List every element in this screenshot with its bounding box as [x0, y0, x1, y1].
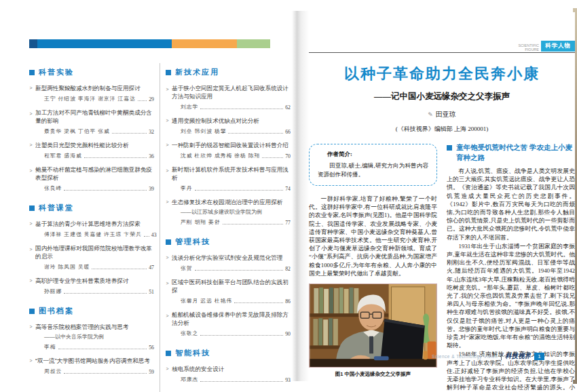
- author-box-label: 作者简介:: [327, 151, 428, 159]
- toc-entry-page: 93: [285, 377, 291, 383]
- dotted-leader: [223, 224, 284, 224]
- toc-entry-authors: 张良峰: [44, 184, 62, 192]
- dotted-leader: [200, 381, 283, 382]
- toc-entry: >新型两性聚羧酸减水剂的制备与应用探讨王宁 付绍波 李海洋 谢京洋 江嘉达29: [29, 84, 154, 102]
- article-header-rule: SCIENTIFIC FIGURE 科学人物: [309, 39, 575, 53]
- toc-entry-title-text: 浅谈分析化学实验室试剂安全及规范化管理: [172, 254, 282, 262]
- toc-entry-title-text: 高等音乐院校档案管理的实践与思考: [35, 323, 129, 331]
- toc-entry: >高等音乐院校档案管理的实践与思考——以中央音乐学院为例李梅56: [29, 323, 154, 351]
- toc-section: 科普课堂>基于算法的青少年计算思维培养方法探索傅泽禄 王建强 黄嘉健 许玉琼 卞…: [29, 203, 154, 295]
- toc-entry-subtitle: ——以中央音乐学院为例: [44, 333, 154, 340]
- toc-entry-meta: 聂贵华 梁枫 丁伯平 张威32: [44, 128, 154, 135]
- toc-entry-page: 90: [285, 331, 291, 337]
- arrow-bullet-icon: >: [30, 220, 33, 227]
- toc-entry-title: >高职护理专业学生科普素质培养探讨: [29, 277, 154, 285]
- toc-entry-title: >新型两性聚羧酸减水剂的制备与应用探讨: [29, 84, 154, 92]
- toc-entry-title-text: 船舶机械设备维修保养中的常见故障及排除方法分析: [172, 311, 291, 327]
- bar-segment-orange: [172, 39, 237, 48]
- page-footer: Science & Technology Vision 科技视界 1: [432, 352, 544, 361]
- toc-entry: >基于狭小空间固定翼无人机起飞回收系统设计方法与知识应用刘志学62: [166, 84, 291, 111]
- toc-entry-page: 47: [149, 264, 154, 271]
- bookshelf-books-bottom: [313, 318, 337, 345]
- toc-entry: >浅谈分析化学实验室试剂安全及规范化管理张贺82: [166, 254, 291, 272]
- figure-caption: 图1 中国小麦远缘杂交之父李振声: [309, 371, 437, 378]
- arrow-bullet-icon: >: [30, 85, 33, 92]
- toc-entry: >注塑类日光型荧光颜料性能比较分析程军君 盛海威36: [29, 141, 154, 159]
- toc-entry-page: 82: [285, 266, 291, 272]
- toc-entry-title: >高等音乐院校档案管理的实践与思考: [29, 323, 154, 331]
- journal-name-cn: 科技视界: [505, 352, 531, 361]
- section-bullet-icon: [447, 145, 452, 151]
- toc-section-heading: 图书档案: [29, 306, 154, 316]
- toc-entry-authors: 程军君 盛海威: [44, 152, 82, 159]
- toc-entry-title: >注塑类日光型荧光颜料性能比较分析: [29, 141, 154, 149]
- toc-entry-title: >新时期计算机软件系统开发技术科普与应用浅析: [166, 165, 291, 182]
- arrow-bullet-icon: >: [30, 324, 33, 330]
- section-bullet-icon: [166, 351, 171, 356]
- toc-entry-page: 77: [285, 220, 291, 226]
- toc-entry-authors: 刘垒 韩剑波 杨擎: [181, 128, 226, 135]
- arrow-bullet-icon: >: [166, 312, 169, 325]
- toc-entry-meta: 邓康杰93: [181, 376, 291, 383]
- toc-entry-subtitle: ——以江苏城乡建设职业学院为例: [181, 208, 291, 216]
- figure-1: 图1 中国小麦远缘杂交之父李振声: [309, 283, 437, 378]
- toc-entry-authors: 沈威 杜欣烨 成秀梅 徐杨 陈翔: [181, 152, 260, 159]
- toc-section: 新技术应用>基于狭小空间固定翼无人机起飞回收系统设计方法与知识应用刘志学62>通…: [166, 67, 291, 226]
- toc-entry-authors: 谢玲 陈凤国 吴暖: [44, 263, 90, 271]
- toc-entry-title-text: 加工方法对不同产地青钱柳叶中黄酮类成分含量的影响: [35, 109, 154, 125]
- toc-entry-authors: 严刚 胡翔 姜舒: [181, 218, 221, 226]
- page-number-badge: 1: [534, 353, 544, 360]
- arrow-bullet-icon: >: [166, 254, 169, 261]
- article-column-left: 作者简介: 田亚琼,硕士,编辑,研究方向为科普内容资源创作和传播。 一群好科学家…: [309, 142, 437, 392]
- toc-section: 管理科技>浅谈分析化学实验室试剂安全及规范化管理张贺82>区域中医药科技创新平台…: [166, 237, 291, 337]
- section-bullet-icon: [29, 309, 35, 314]
- toc-entry-authors: 张馨月 迟远 杜艳伟: [181, 297, 232, 305]
- toc-column-0: 科普实验>新型两性聚羧酸减水剂的制备与应用探讨王宁 付绍波 李海洋 谢京洋 江嘉…: [29, 63, 154, 392]
- dotted-leader: [138, 100, 147, 101]
- toc-entry-page: 62: [285, 104, 291, 111]
- portrait-photo-illustration: [309, 283, 437, 368]
- toc-section-heading: 科普课堂: [29, 203, 154, 213]
- article-affiliation: (《科技视界》编辑部 上海 200001): [309, 125, 575, 134]
- column-corner-tag: SCIENTIFIC FIGURE 科学人物: [515, 41, 575, 52]
- toc-entry-page: 56: [149, 345, 154, 351]
- section-bullet-icon: [29, 205, 35, 211]
- dotted-leader: [64, 293, 147, 294]
- toc-section: 智能科技>核电系统的安全设计邓康杰93: [166, 348, 291, 383]
- toc-entry-title-text: 基于算法的青少年计算思维培养方法探索: [35, 220, 141, 228]
- toc-page: 科普实验>新型两性聚羧酸减水剂的制备与应用探讨王宁 付绍波 李海洋 谢京洋 江嘉…: [19, 12, 295, 380]
- dotted-leader: [200, 109, 283, 109]
- toc-entry-authors: 张敬之: [181, 330, 198, 337]
- article-page: SCIENTIFIC FIGURE 科学人物 以种子革命助力全民奔小康 ——记中…: [309, 12, 575, 380]
- toc-entry: >鲍曼不动杆菌定植与感染的淋巴细胞亚群免疫表型探析张良峰39: [29, 165, 154, 192]
- toc-entry-meta: 张贺82: [181, 264, 291, 272]
- toc-entry-title: >区域中医药科技创新平台与团队结合的实践初探: [166, 278, 291, 294]
- toc-entry-title-text: 生态修复技术在校园湖泊治理中的应用探析: [172, 198, 282, 206]
- toc-entry-authors: 李梅: [44, 343, 56, 351]
- toc-entry-meta: 孙丽娜51: [44, 288, 154, 295]
- toc-entry: >通用变频控制技术优缺点对比分析刘垒 韩剑波 杨擎66: [166, 117, 291, 135]
- toc-section-heading: 智能科技: [166, 348, 291, 358]
- toc-section-heading: 管理科技: [166, 237, 291, 247]
- toc-entry-title-text: 鲍曼不动杆菌定植与感染的淋巴细胞亚群免疫表型探析: [35, 165, 154, 182]
- toc-entry-page: 43: [151, 232, 157, 238]
- toc-entry-meta: 张馨月 迟远 杜艳伟86: [181, 297, 291, 305]
- toc-entry: >生态修复技术在校园湖泊治理中的应用探析——以江苏城乡建设职业学院为例严刚 胡翔…: [166, 198, 291, 226]
- toc-section-heading: 新技术应用: [166, 67, 291, 77]
- toc-entry-title-text: 通用变频控制技术优缺点对比分析: [172, 117, 259, 125]
- toc-entry-title-text: 核电系统的安全设计: [172, 365, 224, 373]
- arrow-bullet-icon: >: [166, 85, 169, 98]
- toc-columns: 科普实验>新型两性聚羧酸减水剂的制备与应用探讨王宁 付绍波 李海洋 谢京洋 江嘉…: [19, 63, 295, 392]
- toc-entry-page: 66: [285, 129, 291, 135]
- toc-entry-authors: 邓康杰: [181, 376, 198, 383]
- dotted-leader: [228, 133, 283, 134]
- toc-section-title: 新技术应用: [175, 67, 219, 77]
- toc-section: 科普实验>新型两性聚羧酸减水剂的制备与应用探讨王宁 付绍波 李海洋 谢京洋 江嘉…: [29, 67, 154, 192]
- toc-entry-title: >通用变频控制技术优缺点对比分析: [166, 117, 291, 125]
- arrow-bullet-icon: >: [166, 366, 169, 372]
- toc-entry-title: >加工方法对不同产地青钱柳叶中黄酮类成分含量的影响: [29, 109, 154, 125]
- toc-entry: >核电系统的安全设计邓康杰93: [166, 365, 291, 383]
- arrow-bullet-icon: >: [166, 199, 169, 205]
- bookshelf-books-top: [314, 288, 358, 313]
- toc-entry-title: >浅谈分析化学实验室试剂安全及规范化管理: [166, 254, 291, 262]
